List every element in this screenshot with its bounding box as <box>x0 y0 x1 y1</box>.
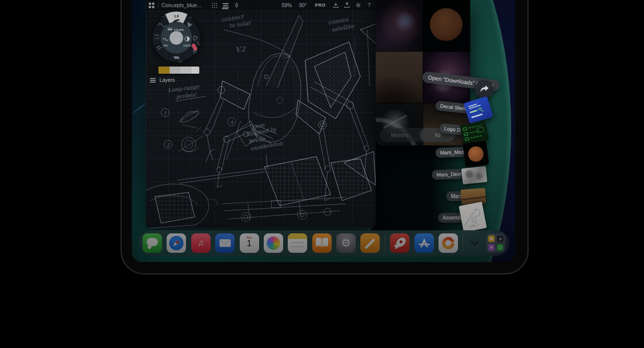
drag-thumb-decal-sketches[interactable] <box>464 96 493 124</box>
drag-thumb-mars-model[interactable] <box>463 141 489 167</box>
photos-flower-icon <box>267 236 280 250</box>
calendar-day: 1 <box>240 239 259 248</box>
dock-app-mail[interactable] <box>215 233 235 253</box>
dock-app-calendar[interactable]: Tue 1 <box>240 233 259 253</box>
gear-icon: ⚙ <box>341 237 351 249</box>
dock-app-library[interactable]: ★ <box>486 233 505 253</box>
dock-app-music[interactable]: ♫ <box>191 233 211 253</box>
drag-thumb-mars-deimos[interactable] <box>462 166 488 185</box>
concepts-c-dot <box>451 240 454 243</box>
dock-app-safari[interactable] <box>167 233 186 253</box>
notes-line <box>291 246 304 247</box>
dock-divider <box>385 234 385 252</box>
compass-icon <box>169 236 183 250</box>
notes-header <box>288 233 307 239</box>
app-library-mini-star: ★ <box>488 244 495 251</box>
drag-thumb-assembly[interactable] <box>458 202 487 232</box>
pen-icon <box>360 233 380 253</box>
share-drop-button[interactable] <box>475 80 494 99</box>
dock-app-messages[interactable] <box>143 233 162 253</box>
dock-app-appstore[interactable] <box>415 233 434 253</box>
drag-and-drop-layer: Open “Downloads” in Files Decal Sketches… <box>132 0 515 262</box>
app-library-mini-yellow <box>488 235 495 242</box>
app-library-mini-clock <box>497 244 503 251</box>
open-book-icon <box>312 233 332 253</box>
drag-thumb-mars[interactable] <box>461 188 486 205</box>
dock-app-notes[interactable] <box>288 233 307 253</box>
dock-app-books[interactable] <box>312 233 332 253</box>
music-note-icon: ♫ <box>197 238 204 248</box>
appstore-a-icon <box>415 233 434 253</box>
dock-app-rocket[interactable] <box>390 233 409 253</box>
dock-app-pen[interactable] <box>360 233 380 253</box>
compass-needle <box>172 239 180 247</box>
dock: ♫ Tue 1 ⚙ <box>139 230 509 256</box>
app-library-mini-camera <box>497 235 503 242</box>
envelope-icon <box>219 239 231 247</box>
rocket-icon <box>390 233 409 253</box>
dock-collapse-chevron[interactable] <box>468 241 481 246</box>
dock-app-photos[interactable] <box>264 233 283 253</box>
dock-divider <box>463 234 463 252</box>
mars-thumb-globe <box>468 146 485 163</box>
notes-line <box>291 242 304 243</box>
dock-app-concepts[interactable] <box>439 233 458 253</box>
ipad-screen: connect to solar V.2 comms satellite Lon… <box>132 0 515 262</box>
forward-arrow-icon <box>479 85 489 94</box>
dock-app-settings[interactable]: ⚙ <box>336 233 356 253</box>
chevron-down-icon <box>471 241 479 246</box>
scene: connect to solar V.2 comms satellite Lon… <box>0 0 644 348</box>
